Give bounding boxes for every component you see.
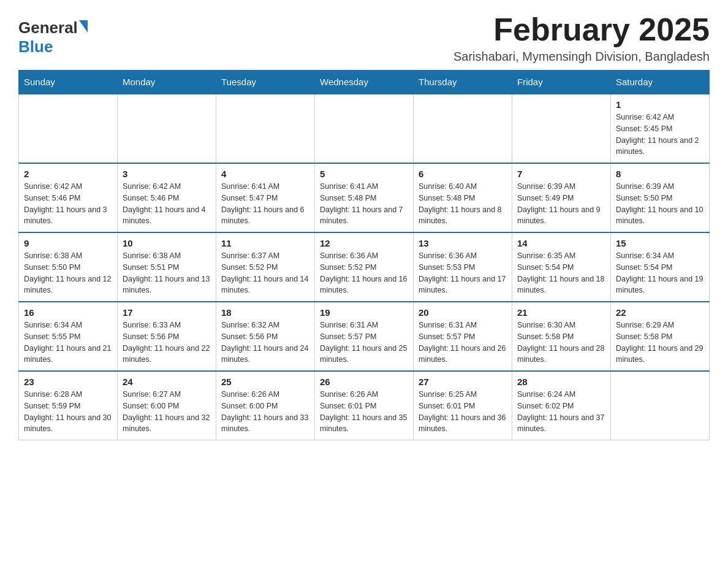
table-row: 14Sunrise: 6:35 AMSunset: 5:54 PMDayligh…: [512, 232, 611, 302]
day-number: 22: [616, 307, 704, 318]
day-number: 13: [419, 238, 507, 248]
col-saturday: Saturday: [611, 71, 710, 94]
col-friday: Friday: [512, 71, 611, 94]
day-info: Sunrise: 6:32 AMSunset: 5:56 PMDaylight:…: [221, 320, 309, 366]
table-row: 20Sunrise: 6:31 AMSunset: 5:57 PMDayligh…: [414, 302, 512, 371]
day-info: Sunrise: 6:38 AMSunset: 5:50 PMDaylight:…: [24, 250, 112, 296]
table-row: 4Sunrise: 6:41 AMSunset: 5:47 PMDaylight…: [216, 163, 315, 232]
col-sunday: Sunday: [19, 71, 118, 94]
day-info: Sunrise: 6:30 AMSunset: 5:58 PMDaylight:…: [517, 320, 605, 366]
day-info: Sunrise: 6:36 AMSunset: 5:53 PMDaylight:…: [419, 250, 507, 296]
table-row: 7Sunrise: 6:39 AMSunset: 5:49 PMDaylight…: [512, 163, 611, 232]
day-number: 3: [123, 169, 211, 179]
col-monday: Monday: [118, 71, 216, 94]
day-info: Sunrise: 6:25 AMSunset: 6:01 PMDaylight:…: [419, 389, 507, 435]
day-number: 15: [616, 238, 704, 248]
day-number: 1: [616, 99, 704, 110]
day-number: 14: [517, 238, 605, 248]
day-number: 24: [123, 377, 211, 387]
day-number: 7: [517, 169, 605, 179]
table-row: 26Sunrise: 6:26 AMSunset: 6:01 PMDayligh…: [315, 371, 414, 440]
day-number: 4: [221, 169, 309, 179]
day-number: 12: [320, 238, 408, 248]
day-info: Sunrise: 6:39 AMSunset: 5:49 PMDaylight:…: [517, 181, 605, 227]
day-info: Sunrise: 6:41 AMSunset: 5:47 PMDaylight:…: [221, 181, 309, 227]
day-info: Sunrise: 6:42 AMSunset: 5:45 PMDaylight:…: [616, 112, 704, 158]
table-row: 28Sunrise: 6:24 AMSunset: 6:02 PMDayligh…: [512, 371, 611, 440]
logo-blue-text: Blue: [18, 37, 53, 56]
table-row: 18Sunrise: 6:32 AMSunset: 5:56 PMDayligh…: [216, 302, 315, 371]
col-thursday: Thursday: [414, 71, 512, 94]
day-number: 19: [320, 307, 408, 318]
table-row: [118, 94, 216, 163]
logo-triangle-icon: [79, 20, 88, 33]
day-info: Sunrise: 6:31 AMSunset: 5:57 PMDaylight:…: [419, 320, 507, 366]
day-info: Sunrise: 6:29 AMSunset: 5:58 PMDaylight:…: [616, 320, 704, 366]
calendar-week-row: 2Sunrise: 6:42 AMSunset: 5:46 PMDaylight…: [19, 163, 710, 232]
day-info: Sunrise: 6:37 AMSunset: 5:52 PMDaylight:…: [221, 250, 309, 296]
day-number: 10: [123, 238, 211, 248]
table-row: 27Sunrise: 6:25 AMSunset: 6:01 PMDayligh…: [414, 371, 512, 440]
table-row: 25Sunrise: 6:26 AMSunset: 6:00 PMDayligh…: [216, 371, 315, 440]
table-row: 8Sunrise: 6:39 AMSunset: 5:50 PMDaylight…: [611, 163, 710, 232]
day-info: Sunrise: 6:34 AMSunset: 5:54 PMDaylight:…: [616, 250, 704, 296]
day-info: Sunrise: 6:33 AMSunset: 5:56 PMDaylight:…: [123, 320, 211, 366]
table-row: 22Sunrise: 6:29 AMSunset: 5:58 PMDayligh…: [611, 302, 710, 371]
day-number: 28: [517, 377, 605, 387]
title-section: February 2025 Sarishabari, Mymensingh Di…: [453, 12, 710, 64]
table-row: 3Sunrise: 6:42 AMSunset: 5:46 PMDaylight…: [118, 163, 216, 232]
table-row: 1Sunrise: 6:42 AMSunset: 5:45 PMDaylight…: [611, 94, 710, 163]
table-row: 2Sunrise: 6:42 AMSunset: 5:46 PMDaylight…: [19, 163, 118, 232]
table-row: 17Sunrise: 6:33 AMSunset: 5:56 PMDayligh…: [118, 302, 216, 371]
day-info: Sunrise: 6:31 AMSunset: 5:57 PMDaylight:…: [320, 320, 408, 366]
calendar-week-row: 9Sunrise: 6:38 AMSunset: 5:50 PMDaylight…: [19, 232, 710, 302]
day-number: 18: [221, 307, 309, 318]
calendar-table: Sunday Monday Tuesday Wednesday Thursday…: [18, 70, 710, 440]
day-number: 17: [123, 307, 211, 318]
page-header: General Blue February 2025 Sarishabari, …: [18, 12, 710, 64]
day-info: Sunrise: 6:42 AMSunset: 5:46 PMDaylight:…: [24, 181, 112, 227]
day-number: 21: [517, 307, 605, 318]
table-row: 11Sunrise: 6:37 AMSunset: 5:52 PMDayligh…: [216, 232, 315, 302]
day-number: 9: [24, 238, 112, 248]
day-info: Sunrise: 6:28 AMSunset: 5:59 PMDaylight:…: [24, 389, 112, 435]
location-subtitle: Sarishabari, Mymensingh Division, Bangla…: [453, 50, 710, 64]
table-row: [216, 94, 315, 163]
calendar-week-row: 23Sunrise: 6:28 AMSunset: 5:59 PMDayligh…: [19, 371, 710, 440]
day-number: 5: [320, 169, 408, 179]
table-row: 21Sunrise: 6:30 AMSunset: 5:58 PMDayligh…: [512, 302, 611, 371]
table-row: [611, 371, 710, 440]
day-number: 23: [24, 377, 112, 387]
day-info: Sunrise: 6:42 AMSunset: 5:46 PMDaylight:…: [123, 181, 211, 227]
day-info: Sunrise: 6:38 AMSunset: 5:51 PMDaylight:…: [123, 250, 211, 296]
day-number: 11: [221, 238, 309, 248]
table-row: 13Sunrise: 6:36 AMSunset: 5:53 PMDayligh…: [414, 232, 512, 302]
table-row: 9Sunrise: 6:38 AMSunset: 5:50 PMDaylight…: [19, 232, 118, 302]
day-info: Sunrise: 6:36 AMSunset: 5:52 PMDaylight:…: [320, 250, 408, 296]
table-row: 12Sunrise: 6:36 AMSunset: 5:52 PMDayligh…: [315, 232, 414, 302]
table-row: 5Sunrise: 6:41 AMSunset: 5:48 PMDaylight…: [315, 163, 414, 232]
calendar-header-row: Sunday Monday Tuesday Wednesday Thursday…: [19, 71, 710, 94]
logo: General Blue: [18, 18, 88, 56]
day-info: Sunrise: 6:39 AMSunset: 5:50 PMDaylight:…: [616, 181, 704, 227]
col-tuesday: Tuesday: [216, 71, 315, 94]
table-row: 24Sunrise: 6:27 AMSunset: 6:00 PMDayligh…: [118, 371, 216, 440]
day-info: Sunrise: 6:40 AMSunset: 5:48 PMDaylight:…: [419, 181, 507, 227]
logo-top-row: General: [18, 18, 88, 37]
day-number: 26: [320, 377, 408, 387]
day-number: 27: [419, 377, 507, 387]
table-row: [512, 94, 611, 163]
day-number: 8: [616, 169, 704, 179]
day-info: Sunrise: 6:26 AMSunset: 6:00 PMDaylight:…: [221, 389, 309, 435]
day-number: 25: [221, 377, 309, 387]
table-row: 10Sunrise: 6:38 AMSunset: 5:51 PMDayligh…: [118, 232, 216, 302]
table-row: [414, 94, 512, 163]
logo-general-text: General: [18, 18, 78, 37]
table-row: 6Sunrise: 6:40 AMSunset: 5:48 PMDaylight…: [414, 163, 512, 232]
day-info: Sunrise: 6:26 AMSunset: 6:01 PMDaylight:…: [320, 389, 408, 435]
table-row: 23Sunrise: 6:28 AMSunset: 5:59 PMDayligh…: [19, 371, 118, 440]
day-info: Sunrise: 6:34 AMSunset: 5:55 PMDaylight:…: [24, 320, 112, 366]
day-number: 2: [24, 169, 112, 179]
col-wednesday: Wednesday: [315, 71, 414, 94]
table-row: 19Sunrise: 6:31 AMSunset: 5:57 PMDayligh…: [315, 302, 414, 371]
